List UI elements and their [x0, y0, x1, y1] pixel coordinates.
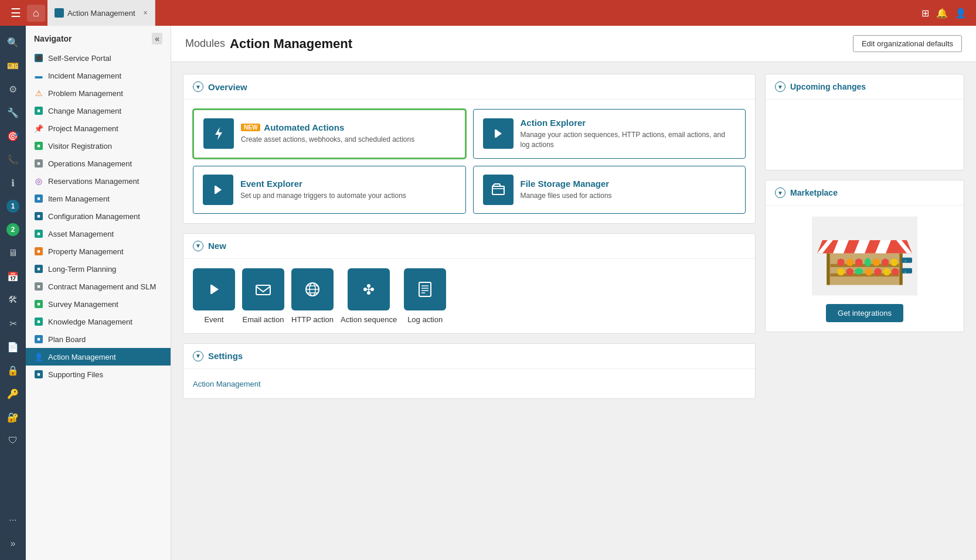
sidebar-icon-document[interactable]: 📄 [2, 336, 23, 357]
svg-rect-53 [902, 268, 912, 274]
page-header: Modules Action Management Edit organizat… [171, 26, 976, 62]
sidebar-item-supporting[interactable]: ■ Supporting Files [26, 366, 171, 383]
svg-point-37 [837, 259, 845, 267]
new-item-email-action[interactable]: Email action [242, 268, 284, 324]
sidebar-icon-calendar[interactable]: 📅 [2, 266, 23, 287]
sidebar-icon-tools[interactable]: 🛠 [2, 289, 23, 310]
sidebar-item-change[interactable]: ■ Change Management [26, 102, 171, 119]
sidebar-item-item[interactable]: ■ Item Management [26, 190, 171, 207]
sidebar-icon-settings[interactable]: ⚙ [2, 78, 23, 100]
svg-marker-3 [216, 186, 222, 194]
event-explorer-content: Event Explorer Set up and manage trigger… [240, 179, 406, 201]
sidebar-icon-badge1[interactable]: 1 [2, 196, 23, 217]
sidebar-item-planboard[interactable]: ■ Plan Board [26, 330, 171, 348]
sidebar-icon-lock[interactable]: 🔒 [2, 360, 23, 381]
svg-marker-1 [496, 129, 502, 138]
svg-point-50 [892, 268, 899, 276]
sidebar-item-label: Incident Management [48, 71, 121, 80]
settings-header: ▼ Settings [183, 344, 755, 369]
marketplace-chevron[interactable]: ▼ [775, 187, 785, 198]
sidebar-item-incident[interactable]: ▬ Incident Management [26, 67, 171, 84]
top-bar: ☰ ⌂ Action Management × ⊞ 🔔 👤 [0, 0, 976, 26]
sidebar-icon-shield[interactable]: 🛡 [2, 430, 23, 451]
sidebar-icon-info[interactable]: ℹ [2, 172, 23, 193]
svg-text:↓: ↓ [904, 269, 907, 274]
sidebar-item-label: Self-Service Portal [48, 54, 111, 63]
new-item-action-sequence[interactable]: Action sequence [341, 268, 397, 324]
menu-icon[interactable]: ☰ [5, 2, 27, 23]
sidebar-icon-wrench[interactable]: 🔧 [2, 102, 23, 123]
svg-marker-6 [212, 285, 219, 294]
action-explorer-desc: Manage your action sequences, HTTP actio… [521, 130, 736, 150]
new-item-log-action[interactable]: Log action [404, 268, 446, 324]
overview-card-file-storage[interactable]: File Storage Manager Manage files used f… [473, 166, 746, 214]
sidebar-item-longterm[interactable]: ■ Long-Term Planning [26, 260, 171, 278]
navigator-collapse-icon[interactable]: « [152, 33, 162, 45]
sidebar-item-problem[interactable]: ⚠ Problem Management [26, 84, 171, 102]
file-storage-desc: Manage files used for actions [521, 191, 612, 201]
sidebar-icon-key[interactable]: 🔑 [2, 383, 23, 404]
overview-chevron[interactable]: ▼ [193, 81, 203, 92]
sidebar-item-visitor[interactable]: ■ Visitor Registration [26, 137, 171, 155]
main-content: ▼ Overview [171, 62, 976, 560]
sidebar-item-label: Supporting Files [48, 370, 103, 379]
overview-card-event-explorer[interactable]: Event Explorer Set up and manage trigger… [193, 166, 466, 214]
new-item-http-action[interactable]: HTTP action [291, 268, 334, 324]
overview-card-automated-actions[interactable]: NEW Automated Actions Create asset actio… [193, 109, 466, 159]
svg-point-44 [837, 268, 845, 276]
new-item-event[interactable]: Event [193, 268, 235, 324]
settings-action-management-link[interactable]: Action Management [193, 380, 261, 388]
overview-card-action-explorer[interactable]: Action Explorer Manage your action seque… [473, 109, 746, 159]
sidebar-item-operations[interactable]: ■ Operations Management [26, 155, 171, 172]
svg-point-14 [363, 288, 367, 291]
upcoming-changes-chevron[interactable]: ▼ [775, 81, 785, 92]
asset-icon: ■ [34, 229, 43, 238]
tab-close-icon[interactable]: × [144, 9, 148, 17]
svg-point-38 [846, 259, 854, 267]
sidebar-icon-phone[interactable]: 📞 [2, 149, 23, 170]
sidebar-icon-badge2[interactable]: 2 [2, 219, 23, 240]
grid-icon[interactable]: ⊞ [921, 8, 929, 19]
edit-org-button[interactable]: Edit organizational defaults [853, 35, 962, 52]
settings-title: Settings [208, 351, 243, 361]
upcoming-changes-header: ▼ Upcoming changes [766, 74, 964, 100]
sidebar-icon-more[interactable]: ··· [2, 510, 23, 531]
sidebar-item-asset[interactable]: ■ Asset Management [26, 225, 171, 243]
icon-sidebar: 🔍 🎫 ⚙ 🔧 🎯 📞 ℹ 1 2 🖥 📅 🛠 ✂ 📄 🔒 🔑 🔐 🛡 ··· … [0, 26, 26, 560]
sidebar-icon-monitor[interactable]: 🖥 [2, 243, 23, 264]
sidebar-icon-search[interactable]: 🔍 [2, 32, 23, 53]
sidebar-item-label: Property Management [48, 247, 124, 256]
sidebar-item-actionmgmt[interactable]: 👤 Action Management [26, 348, 171, 366]
bell-icon[interactable]: 🔔 [936, 8, 948, 19]
right-column: ▼ Upcoming changes ▼ Marketplace [765, 74, 964, 548]
get-integrations-button[interactable]: Get integrations [826, 304, 903, 322]
sidebar-icon-chevrons[interactable]: » [2, 533, 23, 554]
sidebar-item-reservations[interactable]: ◎ Reservations Management [26, 172, 171, 190]
home-icon[interactable]: ⌂ [27, 5, 45, 22]
settings-chevron[interactable]: ▼ [193, 351, 203, 361]
sidebar-icon-target[interactable]: 🎯 [2, 125, 23, 146]
sidebar-item-contract[interactable]: ■ Contract Management and SLM [26, 278, 171, 295]
tab-action-management[interactable]: Action Management × [47, 0, 155, 26]
sidebar-item-survey[interactable]: ■ Survey Management [26, 295, 171, 313]
sidebar-item-config[interactable]: ■ Configuration Management [26, 207, 171, 225]
sidebar-icon-ticket[interactable]: 🎫 [2, 55, 23, 76]
user-icon[interactable]: 👤 [955, 8, 967, 19]
new-chevron[interactable]: ▼ [193, 241, 203, 251]
sidebar-icon-lock2[interactable]: 🔐 [2, 407, 23, 428]
sidebar-item-property[interactable]: ■ Property Management [26, 243, 171, 260]
svg-rect-2 [495, 129, 496, 138]
new-title: New [208, 241, 226, 251]
svg-point-42 [882, 259, 889, 267]
tab-bar: Action Management × [47, 0, 921, 26]
sidebar-item-knowledge[interactable]: ■ Knowledge Management [26, 313, 171, 330]
change-icon: ■ [34, 106, 43, 115]
sidebar-icon-scissors[interactable]: ✂ [2, 313, 23, 334]
automated-actions-title: NEW Automated Actions [241, 122, 414, 132]
file-storage-content: File Storage Manager Manage files used f… [521, 179, 612, 201]
sidebar-item-project[interactable]: 📌 Project Management [26, 119, 171, 137]
svg-rect-5 [492, 186, 504, 194]
svg-point-40 [865, 258, 871, 267]
sidebar-item-label: Plan Board [48, 335, 86, 344]
sidebar-item-self-service[interactable]: ⬛ Self-Service Portal [26, 49, 171, 67]
